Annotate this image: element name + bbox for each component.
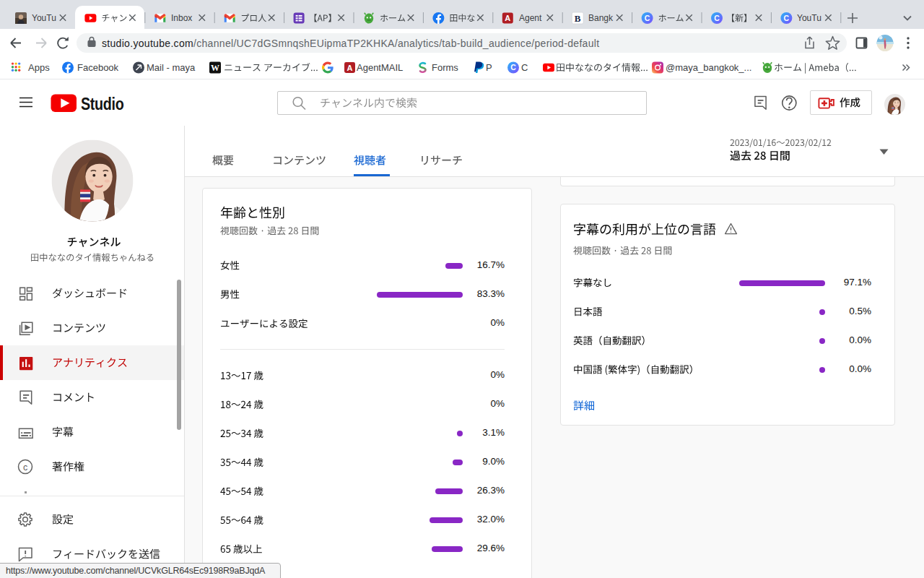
svg-text:c: c xyxy=(23,462,27,473)
svg-text:C: C xyxy=(645,14,650,22)
svg-text:A: A xyxy=(347,64,353,72)
svg-text:B: B xyxy=(575,13,581,24)
svg-text:W: W xyxy=(211,63,219,73)
svg-text:C: C xyxy=(784,14,790,22)
svg-text:C: C xyxy=(714,14,720,22)
svg-text:A: A xyxy=(505,14,510,22)
svg-text:C: C xyxy=(510,63,516,72)
